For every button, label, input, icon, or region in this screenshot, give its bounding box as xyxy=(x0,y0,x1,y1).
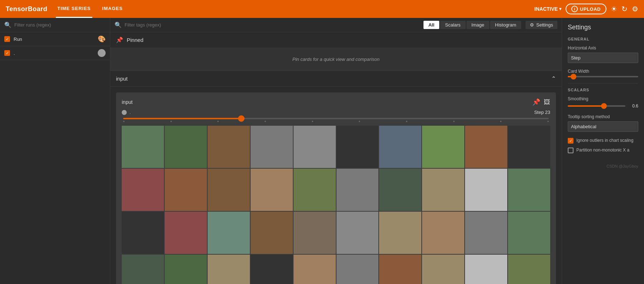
horizontal-axis-select[interactable]: Step Relative Wall xyxy=(568,53,638,63)
ignore-outliers-label: Ignore outliers in chart scaling xyxy=(576,138,633,144)
input-section-header: input ⌃ xyxy=(110,71,562,87)
image-cell xyxy=(165,255,207,284)
filter-runs-input[interactable] xyxy=(14,22,106,28)
search-icon: 🔍 xyxy=(4,21,11,28)
image-cell xyxy=(165,212,207,254)
image-cell xyxy=(508,212,550,254)
topnav-right: INACTIVE ▾ i UPLOAD ☀ ↻ ⚙ xyxy=(534,4,638,14)
chevron-down-icon: ▾ xyxy=(559,6,561,11)
ignore-outliers-checkbox[interactable]: ✓ xyxy=(568,138,573,144)
settings-panel: Settings GENERAL Horizontal Axis Step Re… xyxy=(562,18,644,284)
image-cell xyxy=(294,255,336,284)
filter-tab-all[interactable]: All xyxy=(423,21,440,29)
run-item-dot: ✓ . xyxy=(0,46,110,60)
slider-fill xyxy=(123,118,242,119)
slider-track xyxy=(123,118,549,119)
settings-nav-button[interactable]: ⚙ xyxy=(632,5,638,13)
image-cell xyxy=(336,169,379,211)
tab-time-series[interactable]: TIME SERIES xyxy=(56,0,92,18)
main-area: 🔍 ✓ Run 🎨 ✓ . 🔍 All Scalars Image His xyxy=(0,18,644,284)
topnav: TensorBoard TIME SERIES IMAGES INACTIVE … xyxy=(0,0,644,18)
card-width-slider[interactable] xyxy=(568,76,638,77)
image-cell xyxy=(465,255,507,284)
settings-button[interactable]: ⚙ Settings xyxy=(526,21,557,29)
image-cell xyxy=(294,169,336,211)
smoothing-label: Smoothing xyxy=(568,96,638,101)
partition-checkbox[interactable] xyxy=(568,148,573,153)
filter-search-icon: 🔍 xyxy=(115,21,122,28)
tick xyxy=(123,121,125,122)
card-icons: 📌 🖼 xyxy=(532,98,550,106)
card-width-track xyxy=(568,76,638,77)
image-cell xyxy=(208,212,250,254)
step-slider[interactable] xyxy=(122,118,550,122)
tab-images[interactable]: IMAGES xyxy=(101,0,124,18)
image-cell xyxy=(165,126,207,168)
tooltip-sort-select[interactable]: Alphabetical Ascending Descending Defaul… xyxy=(568,121,638,132)
status-selector[interactable]: INACTIVE ▾ xyxy=(534,6,561,12)
brightness-icon: ☀ xyxy=(611,5,617,13)
tick xyxy=(359,121,360,122)
filter-tags-input[interactable] xyxy=(125,22,419,28)
image-cell xyxy=(122,169,164,211)
content-area: 📌 Pinned Pin cards for a quick view and … xyxy=(110,32,562,284)
filter-tab-scalars[interactable]: Scalars xyxy=(440,21,465,29)
tooltip-label: Tooltip sorting method xyxy=(568,114,638,119)
general-section-label: GENERAL xyxy=(568,37,638,41)
image-cell xyxy=(336,126,379,168)
smoothing-slider[interactable] xyxy=(568,105,625,107)
filter-tab-image[interactable]: Image xyxy=(466,21,489,29)
sidebar: 🔍 ✓ Run 🎨 ✓ . xyxy=(0,18,110,284)
image-cell xyxy=(379,212,421,254)
slider-thumb[interactable] xyxy=(238,115,244,122)
smoothing-thumb[interactable] xyxy=(601,103,607,109)
image-cell xyxy=(294,126,336,168)
image-cell xyxy=(379,255,421,284)
image-cell xyxy=(122,255,164,284)
image-cell xyxy=(465,169,507,211)
pinned-empty-message: Pin cards for a quick view and compariso… xyxy=(110,48,562,71)
smoothing-slider-row: 0.6 xyxy=(568,104,638,109)
run-checkbox-run[interactable]: ✓ xyxy=(4,36,10,42)
image-cell xyxy=(208,126,250,168)
image-cell xyxy=(208,169,250,211)
pin-icon: 📌 xyxy=(116,37,123,43)
upload-button[interactable]: i UPLOAD xyxy=(566,4,606,14)
card-width-thumb[interactable] xyxy=(571,74,576,80)
step-dot xyxy=(122,110,127,115)
filter-tab-histogram[interactable]: Histogram xyxy=(490,21,521,29)
image-cell xyxy=(122,212,164,254)
center-panel: 🔍 All Scalars Image Histogram ⚙ Settings… xyxy=(110,18,562,284)
image-cell xyxy=(122,126,164,168)
tick xyxy=(170,121,172,122)
run-checkbox-dot[interactable]: ✓ xyxy=(4,50,10,56)
refresh-button[interactable]: ↻ xyxy=(621,5,628,13)
sidebar-search: 🔍 xyxy=(0,18,110,32)
smoothing-value: 0.6 xyxy=(628,104,638,109)
image-cell xyxy=(165,169,207,211)
tick xyxy=(312,121,313,122)
image-cell xyxy=(251,212,293,254)
tick xyxy=(500,121,502,122)
image-cell xyxy=(508,126,550,168)
image-cell xyxy=(208,255,250,284)
image-cell xyxy=(465,126,507,168)
image-cell xyxy=(508,255,550,284)
settings-title: Settings xyxy=(568,24,638,31)
pin-card-icon[interactable]: 📌 xyxy=(532,98,540,106)
gear-icon: ⚙ xyxy=(632,5,638,13)
image-cell xyxy=(251,126,293,168)
theme-button[interactable]: ☀ xyxy=(611,5,617,13)
horizontal-axis-label: Horizontal Axis xyxy=(568,45,638,50)
collapse-icon[interactable]: ⌃ xyxy=(551,75,556,82)
image-cell xyxy=(336,255,379,284)
tick xyxy=(453,121,455,122)
refresh-icon: ↻ xyxy=(621,5,628,13)
image-cell xyxy=(294,212,336,254)
watermark: CSDN @JayGboy xyxy=(568,157,638,168)
ignore-outliers-row: ✓ Ignore outliers in chart scaling xyxy=(568,138,638,144)
image-cell xyxy=(508,169,550,211)
fullscreen-icon[interactable]: 🖼 xyxy=(544,98,550,106)
partition-label: Partition non-monotonic X a xyxy=(576,147,629,153)
card-header: input 📌 🖼 xyxy=(122,98,550,106)
